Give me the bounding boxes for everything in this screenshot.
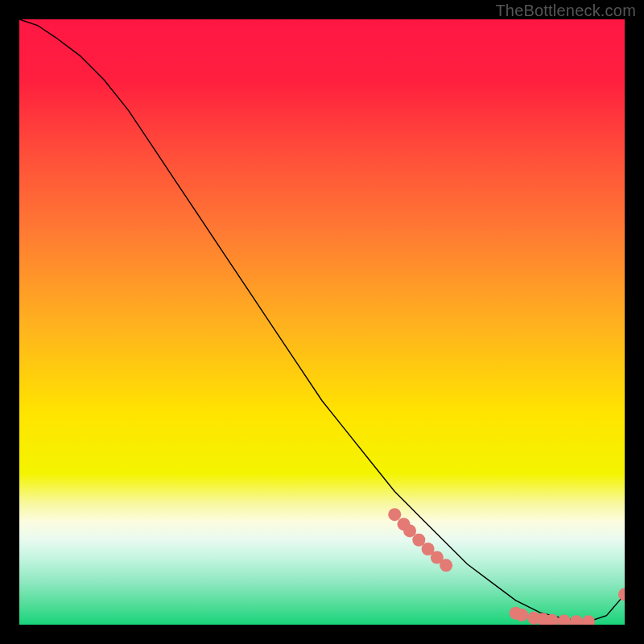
gradient-background [19, 19, 625, 625]
bottleneck-chart [19, 19, 625, 625]
scatter-marker [515, 609, 528, 621]
scatter-marker [440, 559, 452, 572]
scatter-marker [412, 534, 425, 547]
scatter-marker [388, 508, 401, 521]
scatter-marker [403, 524, 416, 537]
watermark-text: TheBottleneck.com [495, 2, 636, 20]
chart-frame: TheBottleneck.com [0, 0, 644, 644]
